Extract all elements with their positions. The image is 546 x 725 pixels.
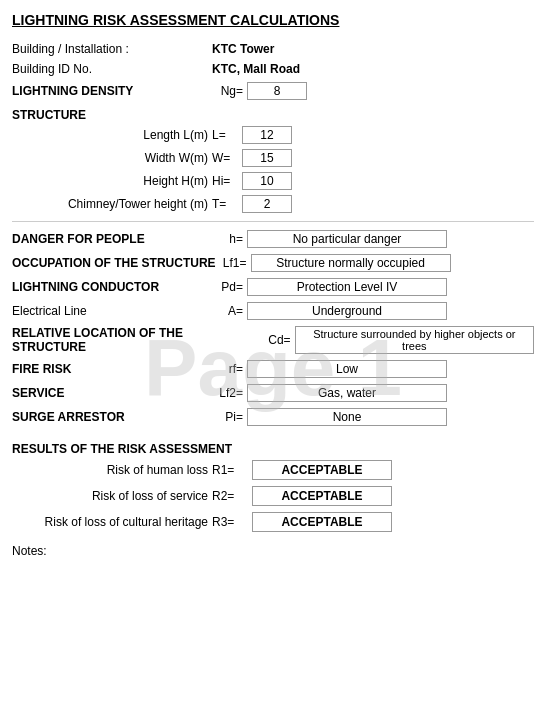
height-label: Height H(m) xyxy=(12,174,212,188)
occupation-eq: Lf1= xyxy=(216,256,251,270)
fire-risk-row: FIRE RISK rf= Low xyxy=(12,360,534,378)
surge-arrestor-value: None xyxy=(247,408,447,426)
electrical-line-eq: A= xyxy=(212,304,247,318)
service-eq: Lf2= xyxy=(212,386,247,400)
width-label: Width W(m) xyxy=(12,151,212,165)
fire-risk-eq: rf= xyxy=(212,362,247,376)
length-eq: L= xyxy=(212,128,242,142)
occupation-row: OCCUPATION OF THE STRUCTURE Lf1= Structu… xyxy=(12,254,534,272)
occupation-value: Structure normally occupied xyxy=(251,254,451,272)
building-id-value: KTC, Mall Road xyxy=(212,62,300,76)
length-value: 12 xyxy=(242,126,292,144)
surge-arrestor-label: SURGE ARRESTOR xyxy=(12,410,212,424)
service-label: SERVICE xyxy=(12,386,212,400)
notes-label: Notes: xyxy=(12,544,534,558)
width-eq: W= xyxy=(212,151,242,165)
results-section: RESULTS OF THE RISK ASSESSMENT Risk of h… xyxy=(12,442,534,532)
cultural-loss-label: Risk of loss of cultural heritage xyxy=(12,515,212,529)
width-row: Width W(m) W= 15 xyxy=(12,149,534,167)
lightning-density-value: 8 xyxy=(247,82,307,100)
height-eq: Hi= xyxy=(212,174,242,188)
chimney-label: Chimney/Tower height (m) xyxy=(12,197,212,211)
cultural-loss-eq: R3= xyxy=(212,515,252,529)
lightning-density-row: LIGHTNING DENSITY Ng= 8 xyxy=(12,82,534,100)
relative-location-row: RELATIVE LOCATION OF THE STRUCTURE Cd= S… xyxy=(12,326,534,354)
lightning-conductor-row: LIGHTNING CONDUCTOR Pd= Protection Level… xyxy=(12,278,534,296)
relative-location-label: RELATIVE LOCATION OF THE STRUCTURE xyxy=(12,326,260,354)
service-loss-row: Risk of loss of service R2= ACCEPTABLE xyxy=(12,486,534,506)
cultural-loss-row: Risk of loss of cultural heritage R3= AC… xyxy=(12,512,534,532)
length-label: Length L(m) xyxy=(12,128,212,142)
lightning-conductor-value: Protection Level IV xyxy=(247,278,447,296)
length-row: Length L(m) L= 12 xyxy=(12,126,534,144)
lightning-density-label: LIGHTNING DENSITY xyxy=(12,84,212,98)
building-id-label: Building ID No. xyxy=(12,62,212,76)
height-value: 10 xyxy=(242,172,292,190)
chimney-eq: T= xyxy=(212,197,242,211)
electrical-line-row: Electrical Line A= Underground xyxy=(12,302,534,320)
lightning-conductor-label: LIGHTNING CONDUCTOR xyxy=(12,280,212,294)
danger-row: DANGER FOR PEOPLE h= No particular dange… xyxy=(12,230,534,248)
building-row: Building / Installation : KTC Tower xyxy=(12,42,534,56)
danger-eq: h= xyxy=(212,232,247,246)
surge-arrestor-row: SURGE ARRESTOR Pi= None xyxy=(12,408,534,426)
height-row: Height H(m) Hi= 10 xyxy=(12,172,534,190)
occupation-label: OCCUPATION OF THE STRUCTURE xyxy=(12,256,216,270)
building-value: KTC Tower xyxy=(212,42,274,56)
electrical-line-value: Underground xyxy=(247,302,447,320)
results-section-label: RESULTS OF THE RISK ASSESSMENT xyxy=(12,442,534,456)
relative-location-value: Structure surrounded by higher objects o… xyxy=(295,326,534,354)
service-value: Gas, water xyxy=(247,384,447,402)
chimney-row: Chimney/Tower height (m) T= 2 xyxy=(12,195,534,213)
cultural-loss-value: ACCEPTABLE xyxy=(252,512,392,532)
relative-location-eq: Cd= xyxy=(260,333,295,347)
fire-risk-value: Low xyxy=(247,360,447,378)
human-loss-row: Risk of human loss R1= ACCEPTABLE xyxy=(12,460,534,480)
building-id-row: Building ID No. KTC, Mall Road xyxy=(12,62,534,76)
structure-section-label: STRUCTURE xyxy=(12,108,534,122)
human-loss-value: ACCEPTABLE xyxy=(252,460,392,480)
service-loss-value: ACCEPTABLE xyxy=(252,486,392,506)
lightning-density-eq: Ng= xyxy=(212,84,247,98)
width-value: 15 xyxy=(242,149,292,167)
building-label: Building / Installation : xyxy=(12,42,212,56)
electrical-line-label: Electrical Line xyxy=(12,304,212,318)
page-title: LIGHTNING RISK ASSESSMENT CALCULATIONS xyxy=(12,12,534,28)
surge-arrestor-eq: Pi= xyxy=(212,410,247,424)
chimney-value: 2 xyxy=(242,195,292,213)
service-row: SERVICE Lf2= Gas, water xyxy=(12,384,534,402)
lightning-conductor-eq: Pd= xyxy=(212,280,247,294)
human-loss-eq: R1= xyxy=(212,463,252,477)
danger-value: No particular danger xyxy=(247,230,447,248)
danger-label: DANGER FOR PEOPLE xyxy=(12,232,212,246)
human-loss-label: Risk of human loss xyxy=(12,463,212,477)
service-loss-eq: R2= xyxy=(212,489,252,503)
fire-risk-label: FIRE RISK xyxy=(12,362,212,376)
service-loss-label: Risk of loss of service xyxy=(12,489,212,503)
